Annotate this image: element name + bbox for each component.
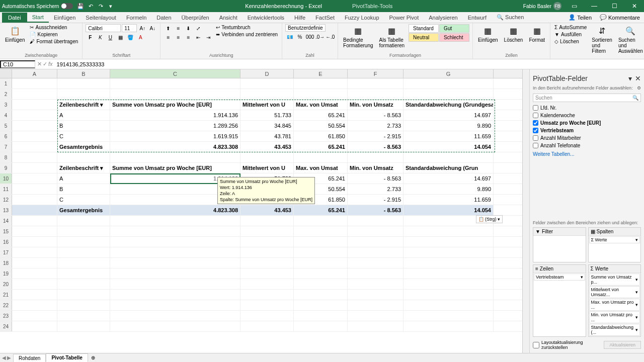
find-select-button[interactable]: 🔍Suchen und Auswählen bbox=[616, 24, 644, 55]
area-item[interactable]: Mittelwert von Umsatz...▾ bbox=[589, 286, 640, 298]
cell[interactable] bbox=[12, 205, 57, 215]
cell[interactable] bbox=[348, 226, 404, 236]
tab-start[interactable]: Start bbox=[27, 13, 49, 23]
row-header[interactable]: 23 bbox=[0, 311, 12, 321]
cell[interactable] bbox=[12, 152, 57, 162]
row-header[interactable]: 2 bbox=[0, 89, 12, 99]
cell[interactable] bbox=[110, 268, 240, 279]
cell[interactable]: Summe von Umsatz pro Woche [EUR] bbox=[110, 163, 240, 173]
cell[interactable]: 65.241 bbox=[294, 205, 348, 215]
cell[interactable]: - 8.563 bbox=[348, 110, 404, 120]
cell[interactable] bbox=[110, 237, 240, 247]
cell[interactable] bbox=[12, 173, 57, 184]
spreadsheet-grid[interactable]: A B C D E F G 123Zeilenbeschrift ▾Summe … bbox=[0, 69, 522, 353]
tab-search[interactable]: 🔍 Suchen bbox=[492, 13, 529, 22]
cell[interactable] bbox=[12, 216, 57, 226]
pane-settings-icon[interactable]: ▾ bbox=[628, 74, 632, 82]
field-checkbox[interactable] bbox=[533, 113, 538, 118]
cell[interactable] bbox=[57, 89, 110, 99]
cell[interactable] bbox=[348, 290, 404, 300]
cell[interactable]: Gesamtergebnis bbox=[57, 205, 110, 215]
cell[interactable] bbox=[294, 152, 348, 162]
field-checkbox[interactable] bbox=[533, 143, 538, 148]
cell[interactable] bbox=[57, 226, 110, 236]
cell[interactable] bbox=[348, 152, 404, 162]
cell[interactable] bbox=[404, 290, 494, 300]
cell[interactable] bbox=[12, 195, 57, 205]
cell[interactable] bbox=[110, 321, 240, 331]
row-header[interactable]: 18 bbox=[0, 258, 12, 268]
cell[interactable]: 1.289.256 bbox=[110, 121, 240, 131]
row-header[interactable]: 21 bbox=[0, 290, 12, 300]
maximize-icon[interactable]: ☐ bbox=[607, 3, 622, 10]
cell[interactable] bbox=[404, 258, 494, 268]
row-header[interactable]: 10 bbox=[0, 173, 12, 184]
cell[interactable] bbox=[57, 258, 110, 268]
cell[interactable] bbox=[12, 121, 57, 131]
format-cells-button[interactable]: ▦Format bbox=[527, 24, 547, 44]
filter-area[interactable]: ▼ Filter bbox=[533, 227, 586, 262]
cell[interactable]: Mittelwert von U bbox=[240, 100, 294, 110]
cell[interactable]: Summe von Umsatz pro Woche [EUR] bbox=[110, 100, 240, 110]
cell[interactable] bbox=[348, 247, 404, 257]
cell[interactable] bbox=[348, 237, 404, 247]
cell[interactable]: 34.845 bbox=[240, 121, 294, 131]
cell[interactable]: Gesamtergebnis bbox=[57, 142, 110, 152]
cell[interactable]: 14.697 bbox=[404, 173, 494, 184]
format-painter-button[interactable]: 🖌 Format übertragen bbox=[29, 38, 79, 45]
user-account[interactable]: Fabio Basler FB bbox=[523, 2, 561, 10]
field-item[interactable]: Anzahl Mitarbeiter bbox=[533, 134, 641, 142]
cell[interactable] bbox=[12, 258, 57, 268]
cell[interactable] bbox=[404, 78, 494, 88]
vertical-scrollbar[interactable] bbox=[522, 69, 529, 353]
copy-button[interactable]: 📄 Kopieren bbox=[29, 31, 79, 38]
cell[interactable] bbox=[240, 321, 294, 331]
cell[interactable] bbox=[294, 290, 348, 300]
col-header-b[interactable]: B bbox=[57, 69, 110, 78]
cell[interactable] bbox=[294, 78, 348, 88]
row-header[interactable]: 6 bbox=[0, 131, 12, 141]
cell[interactable] bbox=[294, 321, 348, 331]
align-middle-icon[interactable]: ≡ bbox=[174, 24, 183, 32]
tab-review[interactable]: Überprüfen bbox=[177, 13, 214, 22]
cell[interactable] bbox=[240, 311, 294, 321]
grow-font-icon[interactable]: A↑ bbox=[138, 24, 147, 32]
cell[interactable] bbox=[110, 311, 240, 321]
cell[interactable] bbox=[294, 89, 348, 99]
tab-powerpivot[interactable]: Power Pivot bbox=[384, 13, 424, 22]
cell[interactable]: 14.054 bbox=[404, 142, 494, 152]
cut-button[interactable]: ✂ Ausschneiden bbox=[29, 24, 79, 31]
row-header[interactable]: 19 bbox=[0, 268, 12, 279]
rows-area[interactable]: ≡ Zeilen Vertriebsteam▾ bbox=[533, 264, 586, 337]
cell[interactable] bbox=[348, 216, 404, 226]
font-selector[interactable] bbox=[86, 24, 121, 32]
cell[interactable] bbox=[404, 152, 494, 162]
align-right-icon[interactable]: ≡ bbox=[184, 33, 193, 41]
row-header[interactable]: 16 bbox=[0, 237, 12, 247]
thousands-icon[interactable]: 000 bbox=[305, 33, 314, 41]
cell[interactable] bbox=[348, 300, 404, 310]
cell[interactable] bbox=[348, 279, 404, 289]
cell[interactable] bbox=[12, 226, 57, 236]
cell[interactable] bbox=[12, 142, 57, 152]
name-box[interactable] bbox=[0, 60, 35, 68]
cell[interactable]: Min. von Umsatz bbox=[348, 163, 404, 173]
pane-close-icon[interactable]: ✕ bbox=[635, 74, 641, 82]
clear-button[interactable]: ◇ Löschen bbox=[553, 38, 588, 45]
sheet-tab-rohdaten[interactable]: Rohdaten bbox=[13, 354, 46, 362]
cell[interactable] bbox=[110, 89, 240, 99]
cell[interactable]: 61.850 bbox=[294, 131, 348, 141]
row-header[interactable]: 24 bbox=[0, 321, 12, 331]
fill-color-icon[interactable]: 🪣 bbox=[126, 33, 135, 41]
indent-inc-icon[interactable]: ⇥ bbox=[204, 33, 213, 41]
cell[interactable] bbox=[57, 279, 110, 289]
more-tables-link[interactable]: Weitere Tabellen... bbox=[533, 149, 641, 159]
field-item[interactable]: Anzahl Telefonate bbox=[533, 142, 641, 149]
ribbon-display-icon[interactable]: ▭ bbox=[567, 3, 582, 10]
cell[interactable] bbox=[404, 226, 494, 236]
autosum-button[interactable]: Σ AutoSumme bbox=[553, 24, 588, 31]
cell[interactable] bbox=[12, 268, 57, 279]
minimize-icon[interactable]: — bbox=[587, 3, 602, 10]
shrink-font-icon[interactable]: A↓ bbox=[148, 24, 157, 32]
col-header-c[interactable]: C bbox=[110, 69, 240, 78]
